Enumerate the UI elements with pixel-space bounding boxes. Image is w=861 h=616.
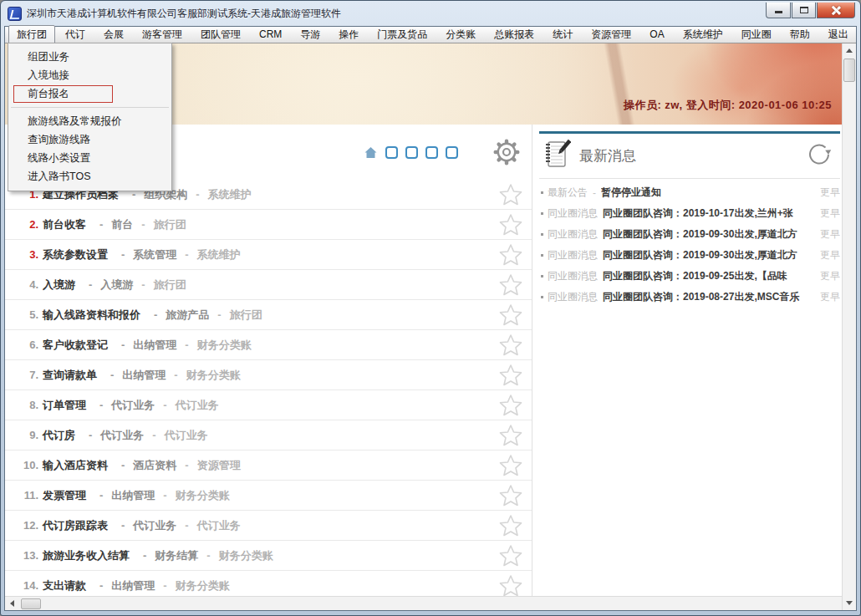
task-link-代订房[interactable]: 代订房 (43, 428, 75, 443)
news-item-link[interactable]: 同业圈团队咨询：2019-09-30出发,厚道北方 (603, 227, 817, 242)
news-item-link[interactable]: 暂停停业通知 (601, 186, 817, 200)
news-item-link[interactable]: 同业圈团队咨询：2019-09-25出发,【品味 (603, 269, 817, 283)
task-module-link[interactable]: 资源管理 (197, 458, 241, 473)
news-more-link[interactable]: 更早 (820, 290, 840, 304)
vertical-scroll-thumb[interactable] (843, 59, 855, 82)
home-icon[interactable] (364, 145, 378, 160)
task-link-客户收款登记[interactable]: 客户收款登记 (43, 338, 108, 353)
task-module-link[interactable]: 旅行团 (154, 217, 186, 232)
scroll-left-arrow[interactable] (5, 597, 19, 610)
star-icon[interactable] (498, 453, 523, 478)
news-item-link[interactable]: 同业圈团队咨询：2019-08-27出发,MSC音乐 (603, 290, 817, 304)
task-category-link[interactable]: 代订业务 (133, 518, 176, 533)
dropdown-item-旅游线路及常规报价[interactable]: 旅游线路及常规报价 (8, 112, 171, 130)
task-module-link[interactable]: 代订业务 (176, 398, 219, 413)
news-more-link[interactable]: 更早 (820, 186, 840, 200)
dropdown-item-组团业务[interactable]: 组团业务 (8, 48, 171, 66)
task-link-订单管理[interactable]: 订单管理 (43, 398, 86, 413)
star-icon[interactable] (498, 423, 523, 448)
task-module-link[interactable]: 财务分类账 (219, 548, 273, 563)
menu-item-系统维护[interactable]: 系统维护 (675, 25, 731, 45)
task-link-前台收客[interactable]: 前台收客 (43, 217, 86, 232)
star-icon[interactable] (498, 242, 523, 267)
menu-item-分类账[interactable]: 分类账 (437, 25, 484, 45)
task-link-输入线路资料和报价[interactable]: 输入线路资料和报价 (43, 308, 140, 323)
task-category-link[interactable]: 出纳管理 (111, 488, 155, 503)
news-more-link[interactable]: 更早 (820, 227, 840, 242)
task-link-发票管理[interactable]: 发票管理 (43, 488, 86, 503)
task-module-link[interactable]: 代订业务 (165, 428, 208, 443)
menu-item-导游[interactable]: 导游 (292, 25, 329, 45)
star-icon[interactable] (498, 272, 523, 298)
star-icon[interactable] (498, 363, 523, 388)
star-icon[interactable] (498, 333, 523, 358)
menu-item-会展[interactable]: 会展 (95, 25, 132, 45)
dropdown-item-入境地接[interactable]: 入境地接 (8, 66, 171, 84)
news-item-link[interactable]: 同业圈团队咨询：2019-10-17出发,兰州+张 (603, 206, 817, 221)
news-more-link[interactable]: 更早 (820, 248, 840, 262)
task-category-link[interactable]: 酒店资料 (133, 458, 176, 473)
maximize-button[interactable] (792, 3, 816, 18)
menu-item-同业圈[interactable]: 同业圈 (733, 25, 780, 45)
task-category-link[interactable]: 旅游产品 (166, 308, 209, 323)
menu-item-门票及货品[interactable]: 门票及货品 (369, 25, 436, 45)
task-link-旅游业务收入结算[interactable]: 旅游业务收入结算 (43, 548, 130, 563)
close-button[interactable] (817, 3, 855, 18)
refresh-icon[interactable] (805, 140, 833, 172)
task-category-link[interactable]: 出纳管理 (111, 578, 155, 593)
task-link-支出请款[interactable]: 支出请款 (43, 578, 86, 593)
task-module-link[interactable]: 旅行团 (154, 277, 186, 293)
title-bar[interactable]: 深圳市天港成计算机软件有限公司客服部测试系统-天港成旅游管理软件 (1, 1, 860, 26)
gear-icon[interactable] (492, 137, 522, 167)
menu-item-CRM[interactable]: CRM (251, 26, 290, 43)
star-icon[interactable] (498, 543, 523, 568)
menu-item-帮助[interactable]: 帮助 (782, 25, 818, 45)
task-module-link[interactable]: 财务分类账 (197, 338, 252, 353)
dropdown-item-前台报名[interactable]: 前台报名 (8, 84, 171, 103)
task-module-link[interactable]: 财务分类账 (176, 488, 230, 503)
task-category-link[interactable]: 财务结算 (155, 548, 198, 563)
menu-item-退出[interactable]: 退出 (820, 25, 857, 45)
task-module-link[interactable]: 系统维护 (208, 187, 252, 202)
task-category-link[interactable]: 前台 (111, 217, 133, 232)
page-dot[interactable] (385, 146, 398, 159)
minimize-button[interactable] (766, 3, 791, 18)
menu-item-统计[interactable]: 统计 (544, 25, 581, 45)
menu-item-资源管理[interactable]: 资源管理 (583, 25, 639, 45)
star-icon[interactable] (498, 573, 523, 597)
task-link-输入酒店资料[interactable]: 输入酒店资料 (43, 458, 108, 473)
menu-item-总账报表[interactable]: 总账报表 (486, 25, 543, 45)
task-module-link[interactable]: 财务分类账 (176, 578, 230, 593)
menu-item-旅行团[interactable]: 旅行团 (8, 25, 55, 45)
task-category-link[interactable]: 代订业务 (100, 428, 144, 443)
dropdown-item-进入路书TOS[interactable]: 进入路书TOS (8, 167, 171, 186)
menu-item-团队管理[interactable]: 团队管理 (192, 25, 249, 45)
star-icon[interactable] (498, 182, 523, 207)
task-category-link[interactable]: 入境游 (100, 277, 133, 293)
horizontal-scroll-thumb[interactable] (21, 598, 41, 609)
dropdown-item-线路小类设置[interactable]: 线路小类设置 (8, 149, 171, 167)
news-more-link[interactable]: 更早 (820, 206, 840, 221)
menu-item-操作[interactable]: 操作 (330, 25, 367, 45)
task-category-link[interactable]: 出纳管理 (122, 368, 166, 383)
menu-item-代订[interactable]: 代订 (57, 25, 94, 45)
task-category-link[interactable]: 出纳管理 (133, 338, 176, 353)
star-icon[interactable] (498, 513, 523, 538)
dropdown-item-查询旅游线路[interactable]: 查询旅游线路 (8, 130, 171, 149)
task-module-link[interactable]: 旅行团 (230, 308, 262, 323)
news-more-link[interactable]: 更早 (820, 269, 840, 283)
star-icon[interactable] (498, 393, 523, 418)
task-link-系统参数设置[interactable]: 系统参数设置 (43, 247, 108, 262)
news-item-link[interactable]: 同业圈团队咨询：2019-09-30出发,厚道北方 (603, 248, 817, 262)
star-icon[interactable] (498, 212, 523, 237)
vertical-scrollbar[interactable] (842, 43, 856, 610)
vertical-scroll-track[interactable] (843, 83, 856, 596)
menu-item-游客管理[interactable]: 游客管理 (134, 25, 191, 45)
task-link-查询请款单[interactable]: 查询请款单 (43, 368, 97, 383)
star-icon[interactable] (498, 483, 523, 508)
scroll-up-arrow[interactable] (843, 43, 856, 58)
horizontal-scrollbar[interactable] (5, 596, 842, 610)
task-link-入境游[interactable]: 入境游 (43, 277, 75, 293)
page-dot[interactable] (425, 146, 438, 159)
menu-item-OA[interactable]: OA (641, 26, 672, 43)
